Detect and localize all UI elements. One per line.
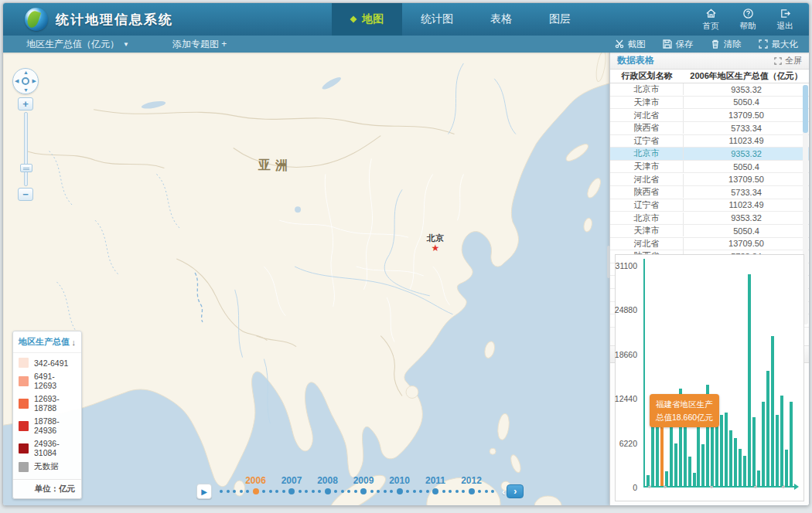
timeline-dot[interactable] xyxy=(220,490,223,493)
timeline-dot[interactable] xyxy=(269,490,272,493)
help-button[interactable]: 帮助 xyxy=(735,8,761,32)
chart-bar[interactable] xyxy=(780,396,783,486)
timeline-dot[interactable] xyxy=(377,490,380,493)
timeline-dot[interactable] xyxy=(246,490,249,493)
table-row[interactable]: 天津市5050.4 xyxy=(610,161,809,174)
timeline-dot[interactable] xyxy=(240,490,243,493)
nav-tab-layers[interactable]: 图层 xyxy=(531,3,589,36)
layer-selector-dropdown[interactable]: 地区生产总值（亿元）▼ xyxy=(26,38,129,51)
table-row[interactable]: 天津市5050.4 xyxy=(610,225,809,238)
timeline-year-dot[interactable]: 2007 xyxy=(288,488,295,494)
chart-bar[interactable] xyxy=(757,471,760,486)
timeline-year-label[interactable]: 2012 xyxy=(461,475,482,486)
pan-down-icon[interactable]: ▼ xyxy=(23,87,29,93)
timeline-dot[interactable] xyxy=(318,490,321,493)
timeline-year-dot[interactable]: 2006 xyxy=(253,488,259,494)
chart-bar[interactable] xyxy=(665,471,668,486)
table-row[interactable]: 北京市9353.32 xyxy=(610,148,809,161)
chart-bar[interactable] xyxy=(674,443,677,486)
beijing-marker[interactable]: 北京 ★ xyxy=(427,233,444,252)
timeline-dot[interactable] xyxy=(449,490,452,493)
timeline-year-label[interactable]: 2008 xyxy=(317,475,338,486)
timeline-year-label[interactable]: 2010 xyxy=(389,475,410,486)
chart-bar[interactable] xyxy=(771,336,774,486)
clear-button[interactable]: 清除 xyxy=(711,39,742,50)
timeline-dot[interactable] xyxy=(478,490,481,493)
pan-right-icon[interactable]: ▶ xyxy=(32,78,36,84)
timeline-dot[interactable] xyxy=(455,490,459,493)
nav-tab-table[interactable]: 表格 xyxy=(472,3,531,36)
screenshot-button[interactable]: 截图 xyxy=(615,39,646,50)
timeline-dot[interactable] xyxy=(413,490,416,493)
zoom-slider-handle[interactable] xyxy=(20,164,32,172)
timeline-year-dot[interactable]: 2011 xyxy=(432,488,438,494)
timeline-dot[interactable] xyxy=(299,490,302,493)
table-row[interactable]: 陕西省5733.34 xyxy=(610,186,809,199)
timeline-dot[interactable] xyxy=(347,490,350,493)
pan-center-icon[interactable] xyxy=(22,77,29,85)
table-row[interactable]: 天津市5050.4 xyxy=(610,97,809,110)
pan-up-icon[interactable]: ▲ xyxy=(23,70,29,75)
chart-bar[interactable] xyxy=(785,450,788,486)
chart-bar[interactable] xyxy=(697,427,700,486)
zoom-slider[interactable] xyxy=(24,112,28,186)
nav-tab-map[interactable]: 地图 xyxy=(332,3,402,36)
timeline-dot[interactable] xyxy=(426,490,429,493)
timeline-dot[interactable] xyxy=(442,490,445,493)
timeline-dot[interactable] xyxy=(305,490,308,493)
timeline-dot[interactable] xyxy=(462,490,465,493)
zoom-out-button[interactable]: − xyxy=(18,188,33,201)
chart-bar[interactable] xyxy=(693,473,696,486)
table-row[interactable]: 河北省13709.50 xyxy=(610,173,809,186)
timeline-dot[interactable] xyxy=(406,490,409,493)
table-scrollbar-thumb[interactable] xyxy=(803,85,808,133)
table-row[interactable]: 北京市9353.32 xyxy=(610,212,809,225)
timeline-year-dot[interactable]: 2008 xyxy=(325,488,331,494)
timeline-dot[interactable] xyxy=(334,490,337,493)
chart-bar[interactable] xyxy=(762,402,765,486)
timeline-year-dot[interactable]: 2012 xyxy=(469,488,475,494)
timeline-dot[interactable] xyxy=(275,490,278,493)
timeline-dot[interactable] xyxy=(491,490,494,493)
timeline-dot[interactable] xyxy=(312,490,315,493)
chart-bar[interactable] xyxy=(790,402,793,486)
chart-bar[interactable] xyxy=(720,415,723,486)
timeline-year-label[interactable]: 2006 xyxy=(245,475,266,486)
pan-control[interactable]: ▲ ▼ ◀ ▶ xyxy=(12,68,39,94)
table-row[interactable]: 河北省13709.50 xyxy=(610,238,809,251)
timeline-dot[interactable] xyxy=(341,490,344,493)
maximize-button[interactable]: 最大化 xyxy=(759,39,799,50)
nav-tab-statistics[interactable]: 统计图 xyxy=(402,3,472,36)
table-row[interactable]: 辽宁省11023.49 xyxy=(610,199,809,212)
chart-bar[interactable] xyxy=(688,457,691,486)
table-row[interactable]: 陕西省5733.34 xyxy=(610,122,809,135)
timeline-year-label[interactable]: 2009 xyxy=(353,475,374,486)
chart-bar[interactable] xyxy=(725,413,728,486)
chart-bar[interactable] xyxy=(766,371,769,486)
chart-bar[interactable] xyxy=(752,417,756,486)
timeline-year-dot[interactable]: 2010 xyxy=(397,488,403,494)
timeline-dot[interactable] xyxy=(370,490,374,493)
timeline-dot[interactable] xyxy=(485,490,488,493)
chart-bar[interactable] xyxy=(647,475,650,486)
timeline-year-dot[interactable]: 2009 xyxy=(360,488,367,494)
chart-bar[interactable] xyxy=(701,444,705,486)
pan-left-icon[interactable]: ◀ xyxy=(15,78,19,84)
chart-bar[interactable] xyxy=(729,430,732,486)
map-canvas[interactable]: 亚洲 北京 ★ ▲ ▼ ◀ ▶ + − 地区生产总值 ↓ 342-649164 xyxy=(3,36,609,505)
timeline-prev-button[interactable]: ‹ xyxy=(502,486,505,498)
home-button[interactable]: 首页 xyxy=(698,8,724,32)
timeline-dot[interactable] xyxy=(233,490,236,493)
legend-collapse-button[interactable]: ↓ xyxy=(72,338,77,347)
zoom-in-button[interactable]: + xyxy=(18,97,33,110)
chart-bar[interactable] xyxy=(743,456,746,486)
chart-bar[interactable] xyxy=(711,426,714,486)
timeline-play-button[interactable]: ▶ xyxy=(196,484,212,499)
timeline-dot[interactable] xyxy=(227,490,230,493)
timeline-dot[interactable] xyxy=(354,490,357,493)
timeline-dot[interactable] xyxy=(262,490,265,493)
add-thematic-button[interactable]: 添加专题图 + xyxy=(172,38,227,51)
save-button[interactable]: 保存 xyxy=(663,39,694,50)
timeline-year-label[interactable]: 2007 xyxy=(281,475,302,486)
timeline-dot[interactable] xyxy=(419,490,422,493)
